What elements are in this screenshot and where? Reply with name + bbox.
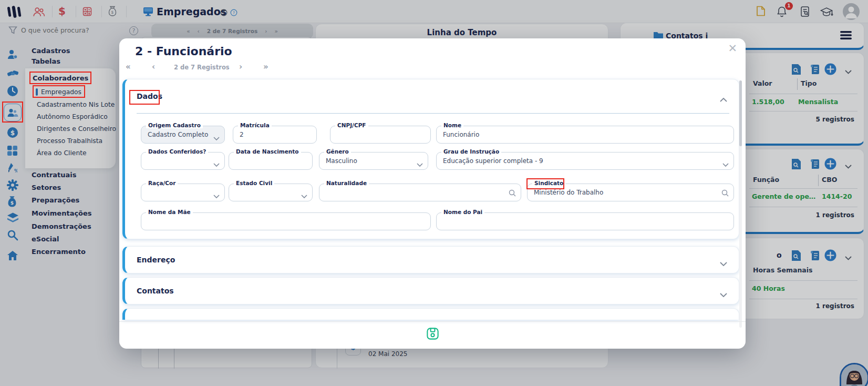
field-label: Raça/Cor	[146, 180, 178, 186]
section-dados: Dados Origem Cadastro Cadastro Completo …	[122, 79, 739, 239]
field-label: Dados Conferidos?	[146, 148, 208, 155]
field-label: Naturalidade	[324, 180, 369, 186]
nome-input[interactable]: Nome Funcionário	[436, 126, 734, 144]
record-pagination-text: 2 de 7 Registros	[174, 64, 230, 71]
grau-instrucao-select[interactable]: Grau de Instrução Educação superior comp…	[436, 152, 734, 170]
save-button[interactable]	[426, 327, 440, 343]
data-nascimento-input[interactable]: Data de Nascimento	[229, 152, 313, 170]
dados-conferidos-select[interactable]: Dados Conferidos?	[141, 152, 225, 170]
section-partial[interactable]	[122, 308, 739, 320]
chevron-down-icon[interactable]	[720, 289, 727, 299]
estado-civil-select[interactable]: Estado Civil	[229, 184, 313, 201]
last-record-icon[interactable]: »	[263, 62, 268, 72]
cnpj-cpf-input[interactable]: CNPJ/CPF	[330, 126, 431, 144]
chevron-down-icon	[213, 159, 220, 169]
prev-record-icon[interactable]: ‹	[152, 62, 155, 72]
field-value: Masculino	[326, 157, 357, 165]
field-label: Gênero	[324, 148, 351, 155]
field-value: Funcionário	[443, 131, 479, 138]
chevron-down-icon	[213, 133, 220, 143]
field-value: Educação superior completa - 9	[443, 157, 543, 165]
chevron-down-icon	[417, 159, 423, 169]
divider	[119, 321, 746, 322]
close-icon[interactable]: ✕	[728, 42, 737, 55]
employee-modal: 2 - Funcionário ✕ « ‹ 2 de 7 Registros ›…	[119, 38, 746, 349]
chevron-down-icon	[722, 159, 729, 169]
sindicato-lookup[interactable]: Sindicato Ministério do Trabalho	[527, 184, 734, 201]
section-dados-label: Dados	[137, 92, 162, 100]
field-label: Nome	[441, 122, 463, 128]
next-record-icon[interactable]: ›	[239, 62, 242, 72]
origem-cadastro-select[interactable]: Origem Cadastro Cadastro Completo	[141, 126, 225, 144]
field-value: Ministério do Trabalho	[534, 189, 603, 196]
section-endereco[interactable]: Endereço	[122, 246, 739, 273]
chevron-down-icon	[301, 190, 307, 200]
field-label: Origem Cadastro	[146, 122, 203, 128]
field-label: Matrícula	[238, 122, 272, 128]
modal-scrollbar-thumb[interactable]	[739, 80, 742, 146]
divider	[137, 113, 729, 114]
chevron-down-icon[interactable]	[720, 258, 727, 268]
field-label: Grau de Instrução	[441, 148, 501, 155]
field-label: Estado Civil	[234, 180, 274, 186]
chevron-up-icon[interactable]	[720, 94, 727, 104]
search-icon[interactable]	[509, 189, 516, 199]
section-contatos[interactable]: Contatos	[122, 277, 739, 304]
section-contatos-label: Contatos	[137, 287, 174, 295]
search-icon[interactable]	[721, 189, 729, 199]
nome-mae-input[interactable]: Nome da Mãe	[141, 212, 431, 230]
field-label: Nome da Mãe	[146, 209, 193, 215]
section-endereco-label: Endereço	[137, 256, 175, 264]
genero-select[interactable]: Gênero Masculino	[319, 152, 428, 170]
field-value: 2	[240, 131, 244, 138]
field-value: Cadastro Completo	[148, 131, 208, 138]
field-label: CNPJ/CPF	[335, 122, 368, 128]
modal-title: 2 - Funcionário	[135, 45, 232, 58]
raca-cor-select[interactable]: Raça/Cor	[141, 184, 225, 201]
chevron-down-icon	[213, 190, 220, 200]
nome-pai-input[interactable]: Nome do Pai	[436, 212, 734, 230]
naturalidade-lookup[interactable]: Naturalidade	[319, 184, 521, 201]
first-record-icon[interactable]: «	[126, 62, 131, 72]
field-label: Nome do Pai	[441, 209, 484, 215]
field-label: Data de Nascimento	[234, 148, 301, 155]
field-label: Sindicato	[532, 180, 565, 186]
matricula-input[interactable]: Matrícula 2	[233, 126, 317, 144]
